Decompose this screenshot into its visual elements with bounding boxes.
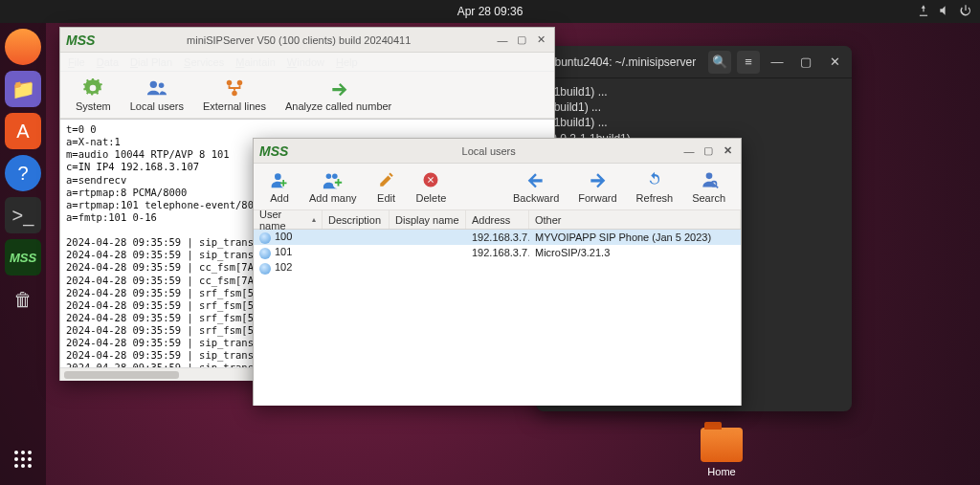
dock-firefox[interactable] (5, 29, 41, 65)
svg-point-16 (332, 174, 338, 180)
search-icon (699, 169, 720, 190)
svg-point-7 (21, 464, 25, 468)
main-close-button[interactable]: ✕ (533, 33, 548, 47)
gear-icon (82, 77, 103, 99)
terminal-menu-button[interactable]: ≡ (737, 51, 760, 74)
dock-trash[interactable]: 🗑 (5, 281, 41, 318)
mss-logo-icon: MSS (66, 33, 95, 48)
add-many-button[interactable]: Add many (300, 167, 367, 206)
back-icon (525, 169, 546, 190)
main-maximize-button[interactable]: ▢ (514, 33, 529, 47)
main-titlebar[interactable]: MSS miniSIPServer V50 (100 clients) buil… (60, 28, 554, 53)
scrollbar-thumb[interactable] (64, 371, 179, 379)
dock-mss[interactable]: MSS (5, 239, 41, 276)
svg-point-12 (237, 80, 243, 86)
arrow-icon (328, 77, 349, 99)
dock-software[interactable]: A (5, 113, 41, 149)
external-lines-button[interactable]: External lines (193, 76, 276, 114)
user-icon (259, 263, 271, 275)
menu-services[interactable]: Services (184, 56, 224, 68)
column-header-other[interactable]: Other (529, 210, 741, 229)
menu-window[interactable]: Window (287, 56, 324, 68)
main-menubar[interactable]: FileDataDial PlanServicesMaintainWindowH… (60, 53, 554, 72)
launcher-dock: 📁 A ? >_ MSS 🗑 (0, 23, 46, 485)
backward-button[interactable]: Backward (503, 167, 568, 206)
user-icon (259, 248, 271, 259)
column-header-display-name[interactable]: Display name (390, 210, 466, 229)
local-users-title: Local users (296, 145, 681, 157)
network-icon[interactable] (917, 4, 930, 20)
terminal-title: ubuntu2404: ~/.minisipserver (542, 55, 702, 69)
svg-point-17 (705, 173, 712, 180)
column-header-description[interactable]: Description (323, 210, 390, 229)
power-icon[interactable] (959, 4, 972, 20)
local-users-window: MSS Local users — ▢ ✕ AddAdd manyEditDel… (253, 138, 742, 406)
local-users-button[interactable]: Local users (121, 76, 193, 114)
refresh-button[interactable]: Refresh (627, 167, 683, 206)
terminal-maximize-button[interactable]: ▢ (794, 51, 817, 74)
add-button[interactable]: Add (259, 167, 300, 206)
dock-terminal[interactable]: >_ (5, 197, 41, 233)
local-users-toolbar: AddAdd manyEditDeleteBackwardForwardRefr… (254, 164, 741, 210)
show-applications-button[interactable] (5, 441, 41, 477)
local-users-table: User nameDescriptionDisplay nameAddressO… (254, 210, 741, 406)
desktop-home-label: Home (693, 466, 750, 477)
svg-point-4 (21, 457, 25, 461)
add-icon (269, 169, 290, 190)
desktop-home-icon[interactable]: Home (693, 428, 750, 477)
svg-point-5 (28, 457, 32, 461)
svg-point-14 (275, 173, 281, 180)
ref-icon (644, 169, 665, 190)
svg-point-6 (14, 464, 18, 468)
svg-point-3 (14, 457, 18, 461)
svg-point-2 (28, 451, 32, 454)
column-header-address[interactable]: Address (466, 210, 529, 229)
table-header-row[interactable]: User nameDescriptionDisplay nameAddressO… (254, 210, 741, 230)
lu-maximize-button[interactable]: ▢ (701, 144, 716, 158)
svg-point-8 (28, 464, 32, 468)
svg-point-1 (21, 451, 25, 454)
terminal-search-button[interactable]: 🔍 (708, 51, 731, 74)
top-menu-bar: Apr 28 09:36 (0, 0, 980, 23)
users-icon (146, 77, 167, 99)
table-row[interactable]: 102 (254, 260, 741, 276)
system-button[interactable]: System (66, 76, 121, 114)
column-header-user-name[interactable]: User name (254, 210, 323, 229)
terminal-titlebar[interactable]: ubuntu2404: ~/.minisipserver 🔍 ≡ — ▢ ✕ (536, 46, 852, 78)
terminal-minimize-button[interactable]: — (766, 51, 789, 74)
menu-help[interactable]: Help (336, 56, 358, 68)
terminal-close-button[interactable]: ✕ (823, 51, 846, 74)
lu-close-button[interactable]: ✕ (720, 144, 735, 158)
menu-data[interactable]: Data (97, 56, 119, 68)
svg-point-15 (325, 174, 331, 180)
addm-icon (323, 169, 344, 190)
delete-button[interactable]: Delete (407, 167, 457, 206)
table-row[interactable]: 101192.168.3.7…MicroSIP/3.21.3 (254, 245, 741, 260)
dock-files[interactable]: 📁 (5, 71, 41, 107)
main-minimize-button[interactable]: — (495, 33, 510, 47)
svg-point-0 (14, 451, 18, 454)
menu-maintain[interactable]: Maintain (235, 56, 276, 68)
menu-dial-plan[interactable]: Dial Plan (130, 56, 172, 68)
svg-point-13 (232, 91, 237, 97)
system-tray[interactable] (917, 4, 972, 20)
clock: Apr 28 09:36 (457, 5, 523, 18)
lu-minimize-button[interactable]: — (681, 144, 697, 158)
user-icon (259, 232, 271, 244)
search-button[interactable]: Search (682, 167, 735, 206)
edit-icon (376, 169, 397, 190)
table-row[interactable]: 100192.168.3.7…MYVOIPAPP SIP Phone (Jan … (254, 230, 741, 245)
lines-icon (224, 77, 245, 99)
svg-point-11 (227, 80, 233, 86)
main-window-title: miniSIPServer V50 (100 clients) build 20… (102, 34, 495, 46)
del-icon (420, 169, 441, 190)
analyze-called-number-button[interactable]: Analyze called number (276, 76, 401, 114)
fwd-icon (587, 169, 608, 190)
local-users-titlebar[interactable]: MSS Local users — ▢ ✕ (254, 139, 741, 164)
dock-help[interactable]: ? (5, 155, 41, 191)
edit-button[interactable]: Edit (367, 167, 407, 206)
forward-button[interactable]: Forward (568, 167, 626, 206)
volume-icon[interactable] (938, 4, 951, 20)
menu-file[interactable]: File (68, 56, 85, 68)
main-toolbar: SystemLocal usersExternal linesAnalyze c… (60, 72, 554, 119)
